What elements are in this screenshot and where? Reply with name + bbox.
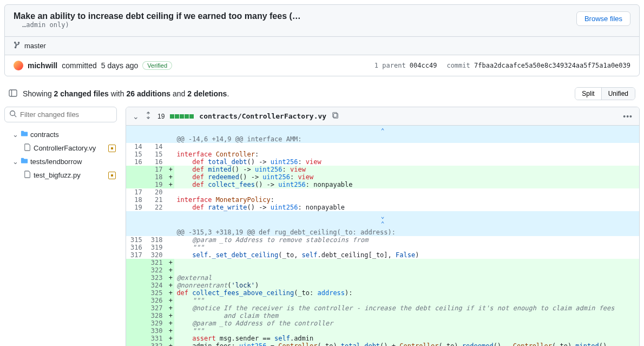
line-num-old[interactable] <box>126 282 147 289</box>
search-icon <box>9 110 17 119</box>
file-path[interactable]: contracts/ControllerFactory.vy <box>199 112 326 120</box>
line-num-new[interactable]: 330 <box>147 327 167 335</box>
line-num-new[interactable]: 329 <box>147 319 167 327</box>
line-num-old[interactable]: 315 <box>126 236 147 244</box>
line-num-old[interactable]: 15 <box>126 151 147 158</box>
line-num-old[interactable] <box>126 312 147 319</box>
file-header: ⌄ 19 contracts/ControllerFactory.vy ••• <box>126 107 639 126</box>
code-cell: def minted() -> uint256: view <box>174 166 639 173</box>
line-num-old[interactable] <box>126 266 147 274</box>
line-num-new[interactable]: 324 <box>147 282 167 289</box>
line-num-new[interactable]: 323 <box>147 274 167 282</box>
code-cell: and claim them <box>174 312 639 319</box>
line-num-old[interactable] <box>126 173 147 181</box>
diff-line: 332+ admin_fees: uint256 = Controller(_t… <box>126 342 639 346</box>
line-num-old[interactable]: 19 <box>126 204 147 211</box>
line-num-new[interactable]: 327 <box>147 304 167 312</box>
code-cell: def total_debt() -> uint256: view <box>174 158 639 166</box>
line-num-new[interactable]: 17 <box>147 166 167 173</box>
commit-header: Make an ability to increase debt ceiling… <box>4 4 640 76</box>
line-num-old[interactable]: 16 <box>126 158 147 166</box>
avatar[interactable] <box>14 61 23 70</box>
line-num-old[interactable]: 316 <box>126 244 147 251</box>
line-num-old[interactable] <box>126 229 147 236</box>
line-num-old[interactable] <box>126 166 147 173</box>
line-num-new[interactable]: 15 <box>147 151 167 158</box>
sidebar-toggle-icon[interactable] <box>9 89 17 99</box>
tree-folder-tests[interactable]: ⌄ tests/lendborrow <box>4 155 117 168</box>
line-num-new[interactable]: 321 <box>147 259 167 266</box>
line-num-new[interactable] <box>147 229 167 236</box>
line-num-old[interactable]: 17 <box>126 188 147 196</box>
line-num-new[interactable]: 20 <box>147 188 167 196</box>
tree-folder-contracts[interactable]: ⌄ contracts <box>4 128 117 141</box>
diff-line: @@ -315,3 +318,19 @@ def rug_debt_ceilin… <box>126 229 639 236</box>
author-link[interactable]: michwill <box>28 61 57 70</box>
chevron-down-icon[interactable]: ⌄ <box>133 112 139 121</box>
copy-icon[interactable] <box>332 112 339 121</box>
line-num-old[interactable] <box>126 297 147 304</box>
line-num-new[interactable]: 332 <box>147 342 167 346</box>
line-num-old[interactable] <box>126 304 147 312</box>
tree-file-controllerfactory[interactable]: ControllerFactory.vy <box>4 141 117 155</box>
line-num-old[interactable] <box>126 135 147 143</box>
expand-icon[interactable] <box>144 112 152 121</box>
line-num-old[interactable] <box>126 327 147 335</box>
line-num-new[interactable]: 325 <box>147 289 167 297</box>
parent-sha[interactable]: 004cc49 <box>410 62 437 69</box>
line-num-old[interactable] <box>126 274 147 282</box>
tree-file-bigfuzz[interactable]: test_bigfuzz.py <box>4 168 117 182</box>
line-num-new[interactable]: 331 <box>147 335 167 342</box>
expand-down-icon[interactable]: ⌄ <box>381 213 385 220</box>
line-num-new[interactable]: 322 <box>147 266 167 274</box>
diff-line: 1821interface MonetaryPolicy: <box>126 196 639 204</box>
line-num-old[interactable]: 317 <box>126 251 147 259</box>
expand-up-icon[interactable]: ⌃ <box>381 127 385 134</box>
line-num-old[interactable] <box>126 181 147 188</box>
filter-box[interactable] <box>4 107 117 122</box>
line-num-new[interactable]: 319 <box>147 244 167 251</box>
parent-info: 1 parent 004cc49 <box>374 62 437 69</box>
line-num-new[interactable]: 21 <box>147 196 167 204</box>
line-num-old[interactable]: 14 <box>126 143 147 151</box>
line-num-new[interactable]: 14 <box>147 143 167 151</box>
filter-input[interactable] <box>20 110 112 119</box>
commit-info: commit 7fbaa2dcaafce5a50e8c349324aa5f75a… <box>446 62 630 69</box>
browse-files-button[interactable]: Browse files <box>576 11 630 26</box>
line-num-new[interactable]: 19 <box>147 181 167 188</box>
line-num-new[interactable]: 320 <box>147 251 167 259</box>
expand-up-icon[interactable]: ⌃ <box>381 220 385 227</box>
file-tree-sidebar: ⌄ contracts ControllerFactory.vy ⌄ tests… <box>4 107 117 346</box>
branch-icon <box>14 41 21 50</box>
code-cell: @@ -315,3 +318,19 @@ def rug_debt_ceilin… <box>174 229 639 236</box>
diff-line: 328+ and claim them <box>126 312 639 319</box>
line-num-old[interactable] <box>126 289 147 297</box>
split-button[interactable]: Split <box>575 88 601 100</box>
line-num-new[interactable]: 328 <box>147 312 167 319</box>
verified-badge[interactable]: Verified <box>142 61 172 70</box>
diff-line: ⌄⌃ <box>126 211 639 229</box>
commit-sha[interactable]: 7fbaa2dcaafce5a50e8c349324aa5f75a1a0e039 <box>474 62 630 69</box>
diff-line: 1414 <box>126 143 639 151</box>
line-num-new[interactable] <box>147 135 167 143</box>
kebab-icon[interactable]: ••• <box>623 112 633 121</box>
code-cell: """ <box>174 327 639 335</box>
line-num-old[interactable]: 18 <box>126 196 147 204</box>
diff-stats: Showing 2 changed files with 26 addition… <box>23 89 229 98</box>
code-cell: @external <box>174 274 639 282</box>
branch-name[interactable]: master <box>24 42 46 50</box>
line-num-old[interactable] <box>126 335 147 342</box>
line-num-old[interactable] <box>126 319 147 327</box>
code-cell: def redeemed() -> uint256: view <box>174 173 639 181</box>
line-num-new[interactable]: 22 <box>147 204 167 211</box>
unified-button[interactable]: Unified <box>602 88 635 100</box>
line-num-new[interactable]: 16 <box>147 158 167 166</box>
code-cell: interface Controller: <box>174 151 639 158</box>
line-num-new[interactable]: 18 <box>147 173 167 181</box>
line-num-new[interactable]: 326 <box>147 297 167 304</box>
line-num-new[interactable]: 318 <box>147 236 167 244</box>
code-cell: admin_fees: uint256 = Controller(_to).to… <box>174 342 639 346</box>
commit-title: Make an ability to increase debt ceiling… <box>14 11 301 21</box>
line-num-old[interactable] <box>126 342 147 346</box>
line-num-old[interactable] <box>126 259 147 266</box>
